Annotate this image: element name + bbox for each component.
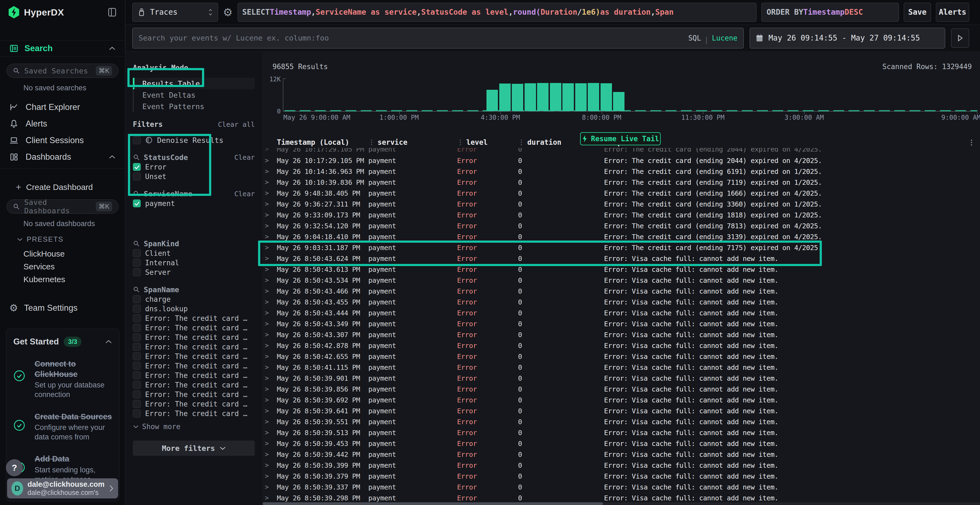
clear-all-link[interactable]: Clear all bbox=[218, 121, 255, 129]
row-expand-chevron-icon[interactable]: > bbox=[265, 375, 277, 382]
filter-item[interactable]: Error: The credit card … bbox=[133, 371, 255, 380]
col-timestamp[interactable]: Timestamp (Local) bbox=[277, 138, 349, 146]
sidebar-item-client-sessions[interactable]: Client Sessions bbox=[0, 132, 125, 149]
table-row[interactable]: >May 26 8:50:43.613 PMpaymentError0Error… bbox=[263, 264, 980, 275]
row-expand-chevron-icon[interactable]: > bbox=[265, 429, 277, 437]
horizontal-scrollbar[interactable] bbox=[263, 502, 980, 505]
sidebar-item-team-settings[interactable]: ⚙ Team Settings bbox=[0, 303, 125, 313]
table-row[interactable]: >May 26 10:17:29.105 PMpaymentError0Erro… bbox=[263, 155, 980, 166]
row-expand-chevron-icon[interactable]: > bbox=[265, 494, 277, 502]
table-row[interactable]: >May 26 9:33:09.173 PMpaymentError0Error… bbox=[263, 210, 980, 221]
filter-checkbox[interactable] bbox=[133, 324, 141, 332]
table-row[interactable]: >May 26 8:50:43.455 PMpaymentError0Error… bbox=[263, 297, 980, 308]
row-expand-chevron-icon[interactable]: > bbox=[265, 385, 277, 393]
table-row[interactable]: >May 26 9:03:31.187 PMpaymentError0Error… bbox=[263, 242, 980, 253]
filter-item[interactable]: Server bbox=[133, 267, 255, 277]
filter-item[interactable]: Error: The credit card … bbox=[133, 332, 255, 342]
analysis-mode-event-deltas[interactable]: Event Deltas bbox=[134, 89, 255, 101]
row-expand-chevron-icon[interactable]: > bbox=[265, 418, 277, 426]
sidebar-collapse-icon[interactable] bbox=[108, 7, 117, 17]
sidebar-item-search[interactable]: Search bbox=[0, 40, 125, 57]
filter-checkbox[interactable] bbox=[133, 333, 141, 341]
row-expand-chevron-icon[interactable]: > bbox=[265, 233, 277, 241]
select-clause-input[interactable]: SELECT Timestamp, ServiceName as service… bbox=[238, 3, 757, 22]
filter-checkbox[interactable] bbox=[133, 391, 141, 399]
filter-checkbox[interactable] bbox=[133, 173, 141, 180]
table-row[interactable]: >May 26 8:50:39.551 PMpaymentError0Error… bbox=[263, 416, 980, 427]
row-expand-chevron-icon[interactable]: > bbox=[265, 298, 277, 306]
show-more-link[interactable]: Show more bbox=[133, 422, 255, 431]
row-expand-chevron-icon[interactable]: > bbox=[265, 255, 277, 262]
filter-checkbox[interactable] bbox=[133, 249, 141, 257]
filter-item[interactable]: Error: The credit card … bbox=[133, 409, 255, 418]
table-row[interactable]: >May 26 8:50:39.641 PMpaymentError0Error… bbox=[263, 405, 980, 416]
row-expand-chevron-icon[interactable]: > bbox=[265, 265, 277, 273]
table-row[interactable]: >May 26 9:04:18.410 PMpaymentError0Error… bbox=[263, 231, 980, 242]
filter-checkbox[interactable] bbox=[133, 268, 141, 276]
filter-checkbox[interactable] bbox=[133, 410, 141, 418]
table-row[interactable]: >May 26 8:50:39.513 PMpaymentError0Error… bbox=[263, 427, 980, 438]
table-row[interactable]: >May 26 10:10:39.836 PMpaymentError0Erro… bbox=[263, 177, 980, 188]
table-row[interactable]: >May 26 9:36:27.311 PMpaymentError0Error… bbox=[263, 199, 980, 210]
row-expand-chevron-icon[interactable]: > bbox=[265, 331, 277, 338]
row-expand-chevron-icon[interactable]: > bbox=[265, 396, 277, 404]
filter-checkbox[interactable] bbox=[133, 163, 141, 171]
save-button[interactable]: Save bbox=[904, 3, 931, 22]
table-row[interactable]: >May 26 8:50:43.307 PMpaymentError0Error… bbox=[263, 329, 980, 340]
filter-item[interactable]: Error: The credit card … bbox=[133, 380, 255, 390]
filter-item[interactable]: Error: The credit card … bbox=[133, 361, 255, 371]
filter-checkbox[interactable] bbox=[133, 305, 141, 313]
table-row[interactable]: >May 26 8:50:39.442 PMpaymentError0Error… bbox=[263, 449, 980, 460]
table-row[interactable]: >May 26 8:50:42.655 PMpaymentError0Error… bbox=[263, 351, 980, 362]
denoise-checkbox[interactable] bbox=[133, 136, 141, 144]
filter-checkbox[interactable] bbox=[133, 295, 141, 303]
filter-item[interactable]: Error: The credit card … bbox=[133, 342, 255, 351]
chevron-up-icon[interactable] bbox=[109, 46, 116, 51]
more-filters-button[interactable]: More filters bbox=[133, 440, 255, 456]
filter-checkbox[interactable] bbox=[133, 372, 141, 379]
table-row[interactable]: >May 26 9:32:54.120 PMpaymentError0Error… bbox=[263, 221, 980, 231]
row-expand-chevron-icon[interactable]: > bbox=[265, 309, 277, 317]
time-range-picker[interactable]: May 26 09:14:55 - May 27 09:14:55 bbox=[750, 28, 945, 48]
row-expand-chevron-icon[interactable]: > bbox=[265, 168, 277, 175]
get-started-item[interactable]: Create Data SourcesConfigure where your … bbox=[13, 412, 112, 442]
row-expand-chevron-icon[interactable]: > bbox=[265, 451, 277, 458]
col-duration[interactable]: duration bbox=[527, 138, 561, 146]
filter-item[interactable]: Error: The credit card … bbox=[133, 351, 255, 361]
row-expand-chevron-icon[interactable]: > bbox=[265, 472, 277, 480]
filter-item[interactable]: Error bbox=[133, 162, 255, 172]
analysis-mode-results-table[interactable]: Results Table bbox=[133, 78, 255, 89]
table-row[interactable]: >May 26 8:50:41.115 PMpaymentError0Error… bbox=[263, 362, 980, 373]
row-expand-chevron-icon[interactable]: > bbox=[265, 148, 277, 153]
create-dashboard-button[interactable]: + Create Dashboard bbox=[0, 182, 125, 192]
table-row[interactable]: >May 26 8:50:39.337 PMpaymentError0Error… bbox=[263, 481, 980, 492]
filter-checkbox[interactable] bbox=[133, 343, 141, 351]
resume-live-tail-button[interactable]: Resume Live Tail bbox=[580, 132, 661, 145]
row-expand-chevron-icon[interactable]: > bbox=[265, 440, 277, 447]
filter-group-clear[interactable]: Clear bbox=[234, 154, 255, 161]
sidebar-item-alerts[interactable]: Alerts bbox=[0, 115, 125, 132]
row-expand-chevron-icon[interactable]: > bbox=[265, 222, 277, 230]
filter-group-clear[interactable]: Clear bbox=[234, 190, 255, 198]
event-search-box[interactable]: SQL | Lucene bbox=[132, 28, 744, 48]
table-row[interactable]: >May 26 8:50:43.349 PMpaymentError0Error… bbox=[263, 318, 980, 329]
filter-item[interactable]: Unset bbox=[133, 172, 255, 181]
alerts-button[interactable]: Alerts bbox=[936, 3, 969, 22]
col-level[interactable]: level bbox=[466, 138, 488, 146]
row-expand-chevron-icon[interactable]: > bbox=[265, 200, 277, 208]
table-row[interactable]: >May 26 10:17:29.105 PMpaymentError0Erro… bbox=[263, 148, 980, 154]
search-input[interactable] bbox=[138, 34, 684, 42]
filter-checkbox[interactable] bbox=[133, 353, 141, 360]
table-row[interactable]: >May 26 8:50:39.692 PMpaymentError0Error… bbox=[263, 395, 980, 405]
filter-item[interactable]: Error: The credit card … bbox=[133, 323, 255, 332]
source-settings-gear-icon[interactable]: ⚙ bbox=[223, 7, 233, 18]
chevron-up-icon[interactable] bbox=[105, 340, 112, 344]
row-expand-chevron-icon[interactable]: > bbox=[265, 342, 277, 349]
column-resize-handle[interactable]: ⋮ bbox=[518, 138, 525, 146]
denoise-results-toggle[interactable]: Denoise Results bbox=[133, 135, 255, 145]
row-expand-chevron-icon[interactable]: > bbox=[265, 276, 277, 284]
source-select[interactable]: Traces bbox=[132, 3, 218, 22]
preset-kubernetes[interactable]: Kubernetes bbox=[0, 273, 125, 286]
filter-checkbox[interactable] bbox=[133, 400, 141, 408]
filter-item[interactable]: dns.lookup bbox=[133, 304, 255, 313]
